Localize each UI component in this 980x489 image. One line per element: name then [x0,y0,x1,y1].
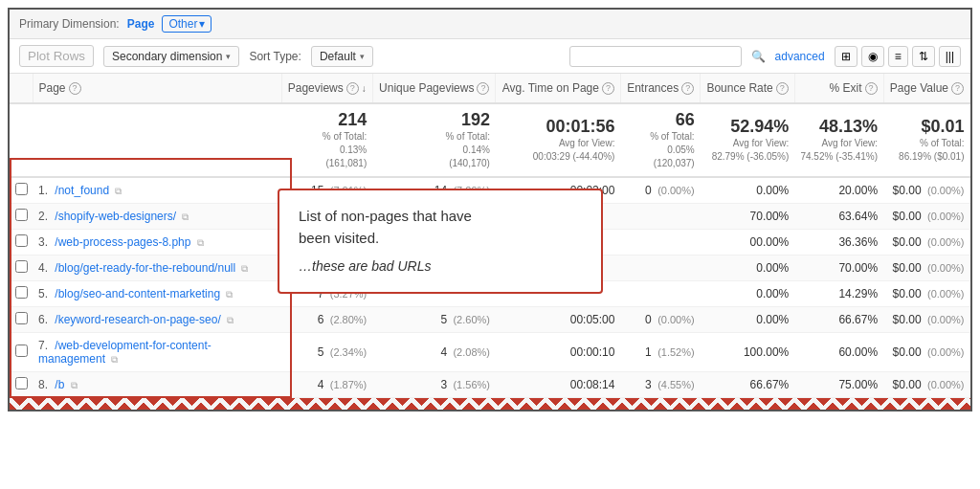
row-pv-pct-7: (1.87%) [330,379,368,390]
view-icon-list[interactable]: ≡ [888,46,908,67]
summary-exit-main: 48.13% [800,117,878,137]
upv-col-label: Unique Pageviews [379,81,474,95]
view-icon-grid[interactable]: ⊞ [835,46,858,67]
row-page-7: 8. /b ⧉ [33,372,281,398]
page-icon-0: ⧉ [115,186,122,196]
row-upv-5: 5 (2.60%) [372,307,496,333]
view-icon-sort[interactable]: ⇅ [912,46,935,67]
summary-pv-cell: 214 % of Total: 0.13% (161,081) [281,103,372,177]
row-bounce-4: 0.00% [701,281,795,307]
summary-page-cell [33,103,281,177]
summary-bounce-sub: Avg for View: 82.79% (-36.05%) [706,137,790,164]
summary-bounce-main: 52.94% [706,117,790,137]
row-num-2: 3. [38,235,48,249]
view-icon-bars[interactable]: ||| [939,46,961,67]
row-ent-1 [620,204,700,230]
primary-dim-value: Page [127,17,155,31]
other-link[interactable]: Other ▾ [162,15,212,33]
annotation-box: List of non-pages that have been visited… [278,189,603,294]
row-page-5: 6. /keyword-research-on-page-seo/ ⧉ [33,307,281,333]
row-pv-pct-5: (2.80%) [330,314,368,325]
page-icon-6: ⧉ [111,354,118,365]
page-link-0[interactable]: /not_found [55,184,109,197]
annotation-line3: …these are bad URLs [299,256,582,277]
row-checkbox-7[interactable] [10,372,33,398]
row-checkbox-2[interactable] [10,230,33,256]
row-checkbox-5[interactable] [10,307,33,333]
view-icons-group: ⊞ ◉ ≡ ⇅ ||| [835,46,961,67]
search-input[interactable] [569,46,742,67]
pv-info-icon[interactable]: ? [346,82,359,95]
summary-pv-sub: % of Total: 0.13% (161,081) [287,130,367,170]
row-pv-5: 6 (2.80%) [281,307,372,333]
secondary-dimension-dropdown[interactable]: Secondary dimension ▾ [103,46,239,67]
row-exit-7: 75.00% [794,372,883,398]
page-link-6[interactable]: /web-development-for-content-management [38,339,212,366]
summary-row: 214 % of Total: 0.13% (161,081) 192 % of… [10,103,970,177]
row-page-6: 7. /web-development-for-content-manageme… [33,333,281,372]
row-page-4: 5. /blog/seo-and-content-marketing ⧉ [33,281,281,307]
page-link-7[interactable]: /b [55,378,64,391]
row-checkbox-0[interactable] [10,177,33,204]
pv-sort-arrow: ↓ [362,83,367,94]
page-link-4[interactable]: /blog/seo-and-content-marketing [55,287,220,300]
row-checkbox-3[interactable] [10,256,33,281]
advanced-link[interactable]: advanced [775,50,825,63]
summary-avg-cell: 00:01:56 Avg for View: 00:03:29 (-44.40%… [496,103,620,177]
row-val-pct-7: (0.00%) [927,379,965,390]
plot-rows-button[interactable]: Plot Rows [19,45,94,67]
summary-avg-main: 00:01:56 [501,117,614,137]
upv-info-icon[interactable]: ? [477,82,489,95]
row-num-0: 1. [38,184,48,197]
row-exit-0: 20.00% [794,177,883,204]
zigzag-bottom [10,398,970,410]
row-exit-2: 36.36% [794,230,883,256]
sort-default-dropdown[interactable]: Default ▾ [311,46,373,67]
page-icon-3: ⧉ [241,263,248,274]
view-icon-pie[interactable]: ◉ [861,46,884,67]
row-page-1: 2. /shopify-web-designers/ ⧉ [33,204,281,230]
row-val-2: $0.00 (0.00%) [883,230,969,256]
ent-col-label: Entrances [627,81,679,95]
row-num-4: 5. [38,287,48,300]
page-link-2[interactable]: /web-process-pages-8.php [55,235,190,249]
summary-exit-cell: 48.13% Avg for View: 74.52% (-35.41%) [794,103,883,177]
search-icon[interactable]: 🔍 [751,50,766,63]
val-info-icon[interactable]: ? [951,82,964,95]
page-link-3[interactable]: /blog/get-ready-for-the-rebound/null [55,261,235,275]
row-bounce-7: 66.67% [701,372,795,398]
th-avg-time: Avg. Time on Page ? [496,74,620,103]
row-num-5: 6. [38,313,48,326]
page-icon-1: ⧉ [182,211,189,222]
ent-info-icon[interactable]: ? [681,82,694,95]
row-pv-pct-6: (2.34%) [330,346,368,358]
page-link-5[interactable]: /keyword-research-on-page-seo/ [55,313,220,326]
th-value: Page Value ? [883,74,969,103]
row-ent-3 [620,256,700,281]
summary-bounce-cell: 52.94% Avg for View: 82.79% (-36.05%) [701,103,795,177]
row-val-pct-4: (0.00%) [927,288,965,300]
summary-ent-sub: % of Total: 0.05% (120,037) [626,130,694,170]
row-checkbox-4[interactable] [10,281,33,307]
row-num-6: 7. [38,339,48,352]
avg-info-icon[interactable]: ? [602,82,614,95]
exit-info-icon[interactable]: ? [865,82,878,95]
row-exit-5: 66.67% [794,307,883,333]
table-row: 6. /keyword-research-on-page-seo/ ⧉ 6 (2… [10,307,970,333]
row-val-pct-2: (0.00%) [927,236,965,248]
page-link-1[interactable]: /shopify-web-designers/ [55,210,176,223]
row-val-1: $0.00 (0.00%) [883,204,969,230]
row-ent-5: 0 (0.00%) [620,307,700,333]
summary-pv-main: 214 [287,110,367,130]
row-checkbox-6[interactable] [10,333,33,372]
row-checkbox-1[interactable] [10,204,33,230]
row-val-3: $0.00 (0.00%) [883,256,969,281]
bounce-info-icon[interactable]: ? [776,82,789,95]
summary-ent-cell: 66 % of Total: 0.05% (120,037) [620,103,700,177]
th-exit: % Exit ? [794,74,883,103]
row-pv-7: 4 (1.87%) [281,372,372,398]
row-upv-7: 3 (1.56%) [372,372,496,398]
page-info-icon[interactable]: ? [69,82,81,95]
page-icon-2: ⧉ [197,237,204,248]
row-ent-7: 3 (4.55%) [620,372,700,398]
